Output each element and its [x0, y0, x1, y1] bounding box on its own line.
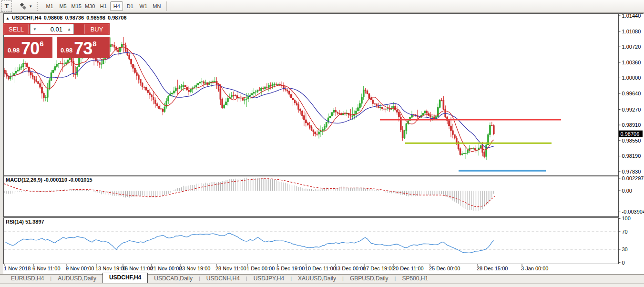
toolbar: T ▾ M1M5M15M30H1H4D1W1MN — [0, 0, 644, 13]
svg-text:0.99270: 0.99270 — [622, 107, 641, 113]
lot-size-spinner[interactable]: ▼ 0.01 ▲ — [30, 24, 74, 34]
timeframe-button-h1[interactable]: H1 — [97, 1, 110, 11]
lot-decrease-button[interactable]: ▼ — [31, 24, 39, 34]
sell-button[interactable]: SELL — [4, 24, 29, 34]
svg-text:0.00: 0.00 — [622, 188, 632, 194]
svg-text:0.98190: 0.98190 — [622, 153, 641, 159]
svg-text:28 Nov 11:00: 28 Nov 11:00 — [215, 266, 246, 271]
buy-price-pip: 8 — [92, 40, 96, 48]
buy-price-big: 73 — [74, 41, 92, 56]
svg-text:1.01080: 1.01080 — [622, 29, 641, 34]
timeframe-button-d1[interactable]: D1 — [123, 1, 136, 11]
sell-price-display[interactable]: 0.98 70 6 — [4, 37, 52, 58]
svg-text:13 Dec 00:00: 13 Dec 00:00 — [335, 266, 366, 271]
svg-text:0.97830: 0.97830 — [622, 169, 641, 174]
chart-tab-bar: EURUSD,H4|AUDUSD,DailyUSDCHF,H4USDCAD,Da… — [0, 274, 644, 283]
svg-text:28 Dec 15:00: 28 Dec 15:00 — [477, 266, 508, 271]
svg-text:23 Nov 19:00: 23 Nov 19:00 — [179, 266, 210, 271]
ohlc-open: 0.98608 — [44, 15, 63, 20]
timeframe-bar: M1M5M15M30H1H4D1W1MN — [43, 1, 164, 11]
chart-window: 1.014401.010801.007201.003601.000000.996… — [0, 13, 644, 274]
svg-text:1.01440: 1.01440 — [622, 13, 641, 19]
lot-increase-button[interactable]: ▲ — [65, 24, 73, 34]
ohlc-high: 0.98736 — [65, 15, 84, 20]
svg-text:-0.003904: -0.003904 — [622, 209, 644, 215]
svg-text:10 Dec 11:00: 10 Dec 11:00 — [305, 266, 336, 271]
timeframe-button-m1[interactable]: M1 — [43, 1, 56, 11]
svg-text:0.98706: 0.98706 — [621, 131, 640, 137]
svg-text:0.98910: 0.98910 — [622, 122, 641, 128]
tab-usdcad-daily[interactable]: USDCAD,Daily — [148, 275, 199, 283]
svg-text:1 Nov 2018: 1 Nov 2018 — [4, 266, 31, 271]
svg-text:0.99640: 0.99640 — [622, 91, 641, 96]
one-click-trade-panel: SELL ▼ 0.01 ▲ BUY 0.98 70 6 0.98 73 8 — [3, 23, 110, 58]
symbol-period: USDCHF,H4 — [12, 15, 41, 20]
collapse-triangle-icon[interactable]: ▲ — [6, 16, 10, 20]
svg-text:30: 30 — [622, 246, 628, 252]
timeframe-button-h4[interactable]: H4 — [110, 1, 123, 11]
svg-text:20 Dec 11:00: 20 Dec 11:00 — [393, 266, 424, 271]
tab-eurusd-h4[interactable]: EURUSD,H4 — [5, 275, 50, 283]
sell-price-pip: 6 — [40, 40, 43, 48]
drawing-tool-button[interactable]: ▾ — [19, 2, 32, 10]
svg-text:6 Nov 11:00: 6 Nov 11:00 — [32, 266, 61, 271]
svg-text:100: 100 — [622, 215, 631, 221]
buy-price-display[interactable]: 0.98 73 8 — [57, 37, 110, 58]
trade-panel-top-row: SELL ▼ 0.01 ▲ BUY — [3, 23, 110, 35]
timeframe-button-mn[interactable]: MN — [150, 1, 163, 11]
toolbar-grip[interactable] — [37, 2, 40, 11]
toolbar-separator — [166, 1, 167, 11]
timeframe-button-m15[interactable]: M15 — [70, 1, 83, 11]
svg-text:1.00000: 1.00000 — [622, 75, 641, 81]
buy-button[interactable]: BUY — [84, 24, 109, 34]
svg-text:16 Nov 11:00: 16 Nov 11:00 — [122, 266, 153, 271]
svg-text:0.98550: 0.98550 — [622, 138, 641, 144]
tab-xauusd-daily[interactable]: XAUUSD,Daily — [292, 275, 342, 283]
sell-price-big: 70 — [21, 41, 39, 56]
macd-indicator-label: MACD(12,26,9) -0.000110 -0.001015 — [6, 177, 92, 183]
ohlc-close: 0.98706 — [108, 15, 127, 20]
svg-text:1 Dec 00:00: 1 Dec 00:00 — [246, 266, 275, 271]
svg-text:9 Nov 00:00: 9 Nov 00:00 — [66, 266, 94, 271]
tab-usdjpy-h4[interactable]: USDJPY,H4 — [247, 275, 290, 283]
text-tool-button[interactable]: T — [1, 0, 12, 12]
buy-price-prefix: 0.98 — [61, 47, 72, 54]
timeframe-button-m30[interactable]: M30 — [83, 1, 96, 11]
svg-text:3 Jan 00:00: 3 Jan 00:00 — [521, 266, 549, 271]
tab-audusd-daily[interactable]: AUDUSD,Daily — [51, 275, 102, 283]
svg-text:17 Dec 19:00: 17 Dec 19:00 — [363, 266, 394, 271]
tab-gbpusd-daily[interactable]: GBPUSD,Daily — [344, 275, 395, 283]
sell-price-prefix: 0.98 — [8, 47, 20, 54]
timeframe-button-w1[interactable]: W1 — [137, 1, 150, 11]
chevron-down-icon[interactable]: ▾ — [30, 4, 32, 9]
svg-text:0: 0 — [622, 260, 625, 266]
tab-usdcnh-h4[interactable]: USDCNH,H4 — [200, 275, 246, 283]
tab-sp500-h1[interactable]: SP500,H1 — [396, 275, 434, 283]
svg-text:70: 70 — [622, 229, 628, 235]
tab-usdchf-h4[interactable]: USDCHF,H4 — [102, 273, 148, 283]
ohlc-low: 0.98598 — [86, 15, 105, 20]
svg-text:21 Nov 00:00: 21 Nov 00:00 — [151, 266, 182, 271]
status-bar — [0, 283, 644, 287]
rsi-indicator-label: RSI(14) 51.3897 — [6, 219, 44, 225]
svg-text:1.00360: 1.00360 — [622, 60, 641, 65]
svg-text:1.00720: 1.00720 — [622, 44, 641, 50]
svg-text:0.002297: 0.002297 — [622, 175, 644, 181]
svg-text:5 Dec 19:00: 5 Dec 19:00 — [276, 266, 305, 271]
chart-title: ▲USDCHF,H40.986080.987360.985980.98706 — [6, 15, 129, 20]
lot-size-value[interactable]: 0.01 — [39, 26, 65, 33]
svg-text:25 Dec 00:00: 25 Dec 00:00 — [429, 266, 460, 271]
timeframe-button-m5[interactable]: M5 — [57, 1, 70, 11]
diamonds-icon — [19, 2, 27, 10]
